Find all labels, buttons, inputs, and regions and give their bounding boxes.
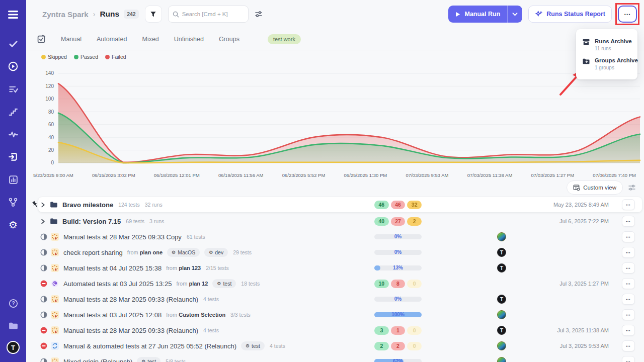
sidebar-item-milestones[interactable] (4, 104, 22, 119)
row-actions-button[interactable]: ⋯ (622, 231, 635, 242)
legend-label: Skipped (48, 54, 67, 60)
funnel-icon (149, 11, 157, 18)
runs-count-badge: 242 (124, 10, 139, 19)
run-name[interactable]: Manual tests at 28 Mar 2025 09:33 Copy (63, 233, 182, 241)
automated-run-icon (51, 280, 59, 288)
filter-button[interactable] (145, 6, 162, 23)
row-actions-button[interactable]: ⋯ (622, 199, 635, 210)
in-progress-status-icon (40, 358, 47, 362)
run-row[interactable]: check report sharingfrom plan one⚙MacOS⚙… (38, 245, 642, 260)
sidebar-item-import[interactable] (4, 149, 22, 164)
assignee-avatar[interactable]: T (497, 248, 506, 257)
env-badge[interactable]: ⚙test (241, 341, 265, 350)
assignee-avatar[interactable] (497, 232, 506, 241)
row-actions-button[interactable]: ⋯ (622, 340, 635, 351)
run-name[interactable]: Bravo milestone (62, 201, 113, 209)
table-settings-icon[interactable] (628, 184, 636, 192)
failed-count-badge: 2 (391, 342, 406, 350)
sidebar-item-tests[interactable] (4, 36, 22, 51)
env-badge[interactable]: ⚙MacOS (167, 248, 200, 257)
run-name[interactable]: Manual & automated tests at 27 Jun 2025 … (63, 342, 236, 350)
user-avatar[interactable]: T (7, 341, 20, 354)
assignee-avatar[interactable] (497, 357, 506, 362)
run-name[interactable]: Manual tests at 28 Mar 2025 09:33 (Relau… (63, 296, 198, 303)
run-results: 13% (374, 265, 422, 270)
run-meta: 4 tests (270, 343, 285, 349)
help-icon[interactable]: ? (4, 296, 22, 311)
run-row[interactable]: Manual tests at 28 Mar 2025 09:33 (Relau… (38, 292, 642, 307)
run-name[interactable]: Manual tests at 28 Mar 2025 09:33 (Relau… (63, 327, 198, 334)
assignee-avatar[interactable]: T (497, 295, 506, 304)
view-settings-icon[interactable] (255, 10, 263, 18)
row-actions-button[interactable]: ⋯ (622, 325, 635, 336)
row-actions-button[interactable]: ⋯ (622, 309, 635, 320)
row-actions-button[interactable]: ⋯ (622, 294, 635, 305)
projects-folder-icon[interactable] (4, 318, 22, 333)
assignee-avatar[interactable]: T (497, 326, 506, 335)
row-actions-button[interactable]: ⋯ (622, 356, 635, 362)
menu-item-runs-archive[interactable]: Runs Archive11 runs (576, 35, 637, 54)
more-actions-button[interactable]: ⋯ (618, 6, 637, 23)
run-name[interactable]: check report sharing (63, 249, 123, 256)
run-name[interactable]: Manual tests at 03 Jul 2025 12:08 (63, 311, 162, 319)
run-row[interactable]: Mixed origin (Relaunch)⚙test5/8 tests62%… (38, 354, 642, 362)
assignee-avatar[interactable] (497, 310, 506, 319)
expand-chevron-icon[interactable] (40, 219, 46, 224)
assignee-avatar[interactable]: T (497, 263, 506, 273)
expand-chevron-icon[interactable] (40, 202, 46, 208)
run-meta: 18 tests (241, 281, 260, 287)
tab-groups[interactable]: Groups (219, 36, 239, 43)
passed-count-badge: 2 (374, 342, 389, 350)
runs-status-report-button[interactable]: Runs Status Report (528, 6, 612, 23)
menu-item-groups-archive[interactable]: Groups Archive1 groups (576, 54, 637, 73)
row-actions-button[interactable]: ⋯ (622, 262, 635, 274)
breadcrumb-project[interactable]: Zyntra Spark (42, 10, 89, 19)
run-name[interactable]: Manual tests at 04 Jul 2025 15:38 (63, 264, 162, 272)
run-meta: 3 runs (149, 218, 164, 224)
run-name[interactable]: Build: Version 7.15 (62, 218, 121, 225)
manual-run-button[interactable]: Manual Run (448, 6, 507, 23)
run-row[interactable]: Manual tests at 03 Jul 2025 12:08from Cu… (38, 307, 642, 322)
run-row[interactable]: Automated tests at 03 Jul 2025 13:25from… (38, 276, 642, 291)
search-box[interactable] (168, 6, 249, 23)
sidebar-item-settings[interactable]: ⚙ (4, 217, 22, 232)
group-row[interactable]: Build: Version 7.1569 tests3 runs40272Ju… (38, 214, 642, 229)
row-actions-button[interactable]: ⋯ (622, 216, 635, 227)
manual-run-caret-button[interactable] (507, 6, 522, 23)
skipped-count-badge: 32 (407, 201, 422, 209)
select-runs-icon[interactable] (37, 35, 46, 43)
filter-tag[interactable]: test work (268, 34, 301, 44)
menu-toggle-icon[interactable] (4, 7, 22, 22)
group-row[interactable]: Bravo milestone124 tests32 runs464632May… (38, 197, 642, 212)
env-badge[interactable]: ⚙test (137, 357, 160, 362)
run-row[interactable]: Manual tests at 28 Mar 2025 09:33 (Relau… (38, 323, 642, 338)
search-input[interactable] (182, 11, 237, 17)
in-progress-status-icon (40, 311, 47, 318)
run-row[interactable]: Manual tests at 04 Jul 2025 15:38from pl… (38, 260, 642, 276)
env-badge[interactable]: ⚙dev (204, 248, 228, 257)
env-badge[interactable]: ⚙test (212, 279, 236, 288)
assignee-avatar[interactable] (497, 341, 506, 350)
chart-area: 020406080100120140 (26, 63, 644, 172)
tab-mixed[interactable]: Mixed (142, 36, 158, 43)
sidebar-item-analytics[interactable] (4, 127, 22, 142)
skipped-count-badge: 2 (407, 217, 422, 226)
row-actions-button[interactable]: ⋯ (622, 247, 635, 258)
run-meta: 29 tests (233, 249, 252, 255)
run-row[interactable]: Manual tests at 28 Mar 2025 09:33 Copy61… (38, 229, 642, 244)
sidebar-item-runs[interactable] (4, 59, 22, 74)
row-actions-button[interactable]: ⋯ (622, 278, 635, 289)
run-name[interactable]: Mixed origin (Relaunch) (63, 358, 132, 362)
run-date: Jul 6, 2025 7:22 PM (559, 218, 609, 224)
svg-text:60: 60 (48, 122, 54, 127)
sidebar-item-reports[interactable] (4, 172, 22, 187)
tab-unfinished[interactable]: Unfinished (174, 36, 204, 43)
tab-manual[interactable]: Manual (61, 36, 82, 43)
tab-automated[interactable]: Automated (97, 36, 127, 43)
custom-view-button[interactable]: Custom view (567, 180, 623, 195)
passed-count-badge: 46 (374, 201, 389, 209)
run-row[interactable]: Manual & automated tests at 27 Jun 2025 … (38, 338, 642, 353)
sidebar-item-branches[interactable] (4, 195, 22, 210)
run-name[interactable]: Automated tests at 03 Jul 2025 13:25 (63, 280, 172, 288)
sidebar-item-plans[interactable] (4, 81, 22, 97)
